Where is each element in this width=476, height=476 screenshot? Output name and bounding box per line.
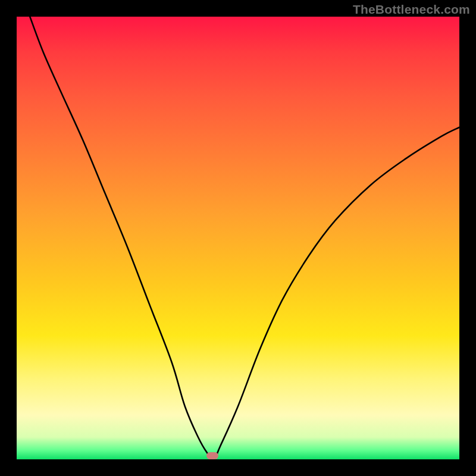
watermark-text: TheBottleneck.com [353, 2, 470, 17]
plot-area [17, 17, 459, 459]
optimal-marker [206, 452, 218, 459]
chart-frame: TheBottleneck.com [0, 0, 476, 476]
bottleneck-curve [17, 17, 459, 459]
